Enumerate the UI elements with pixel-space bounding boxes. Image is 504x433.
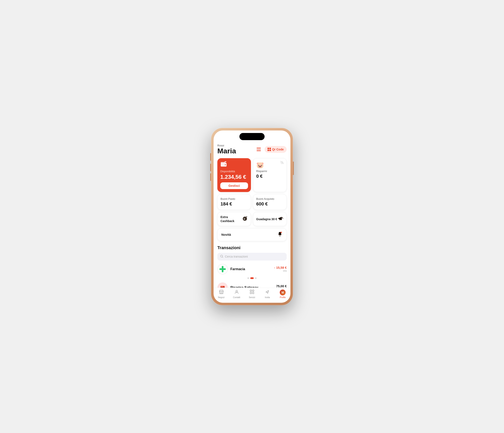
novita-card[interactable]: Novità (217, 228, 287, 241)
contatti-icon (234, 289, 239, 295)
svg-point-9 (282, 217, 283, 218)
svg-point-10 (283, 218, 283, 219)
guadagna-card[interactable]: Guadagna 30 € (253, 212, 287, 226)
buoni-acquisto-card[interactable]: Buoni Acquisto 600 € (253, 194, 287, 210)
megaphone-icon (278, 216, 284, 222)
dot-1 (247, 277, 249, 279)
cross-medical-icon (219, 266, 226, 272)
header-actions: Qr Code (255, 146, 287, 153)
search-placeholder-text: Cerca transazioni (225, 255, 248, 258)
nav-item-invita[interactable]: Invita (260, 289, 275, 299)
buoni-acquisto-label: Buoni Acquisto (256, 197, 284, 200)
nav-item-servizi[interactable]: Servizi (244, 289, 260, 299)
farmacia-time: ora (274, 269, 287, 272)
farmacia-logo (217, 264, 228, 274)
svg-rect-22 (250, 292, 252, 294)
search-icon (220, 255, 223, 258)
nav-item-negozi[interactable]: Negozi (214, 289, 229, 299)
buoni-cards: Buoni Pasto 184 € Buoni Acquisto 600 € (217, 194, 287, 210)
feature-cards: ExtraCashback € ✦ Guadagna 30 € (217, 212, 287, 226)
svg-point-19 (236, 290, 237, 292)
eye-off-icon (280, 161, 284, 165)
hamburger-icon (257, 148, 261, 151)
phone-frame: Rossi Maria Qr Code (211, 128, 293, 305)
svg-point-2 (225, 164, 226, 165)
nav-item-profile[interactable]: M Profile (275, 289, 290, 299)
qr-code-button[interactable]: Qr Code (265, 146, 287, 153)
gestisci-button[interactable]: Gestisci (220, 182, 248, 189)
ricarica-amount: 75,00 € (276, 284, 287, 288)
invita-icon (265, 289, 270, 295)
bell-icon (277, 231, 283, 238)
wallet-icon: ⇄ (220, 161, 248, 168)
farmacia-name: Farmacia (230, 267, 272, 271)
user-name-section: Rossi Maria (217, 144, 236, 155)
table-row[interactable]: Farmacia - 15,58 € ora (217, 264, 287, 274)
transactions-section: Transazioni Cerca transazioni (217, 245, 287, 293)
dot-3 (255, 277, 257, 279)
carousel-dots (217, 277, 287, 279)
dynamic-island (239, 133, 265, 140)
transactions-title: Transazioni (217, 245, 287, 250)
farmacia-amount-block: - 15,58 € ora (274, 266, 287, 272)
extra-cashback-label: ExtraCashback (220, 215, 234, 223)
svg-rect-21 (252, 290, 254, 291)
svg-rect-17 (221, 286, 223, 287)
risparmi-amount: 0 € (256, 174, 284, 179)
svg-text:✦: ✦ (246, 216, 247, 218)
novita-label: Novità (221, 233, 231, 236)
user-surname: Rossi (217, 144, 236, 147)
svg-point-11 (279, 236, 280, 236)
svg-text:€: € (244, 218, 245, 220)
svg-rect-18 (221, 292, 222, 294)
disponibilita-title: Disponibilità (220, 170, 248, 173)
negozi-icon (219, 289, 224, 295)
risparmi-card[interactable]: 🐷 Risparmi 0 € (253, 158, 287, 192)
farmacia-amount: - 15,58 € (274, 266, 287, 269)
invita-label: Invita (265, 296, 270, 299)
top-cards-grid: ⇄ Disponibilità 1.234,56 € Gestisci 🐷 (217, 158, 287, 192)
farmacia-info: Farmacia (230, 267, 272, 271)
extra-cashback-card[interactable]: ExtraCashback € ✦ (217, 212, 251, 226)
disponibilita-card[interactable]: ⇄ Disponibilità 1.234,56 € Gestisci (217, 158, 251, 192)
buoni-pasto-value: 184 € (220, 201, 248, 207)
svg-point-12 (280, 232, 282, 233)
guadagna-label: Guadagna 30 € (256, 217, 277, 221)
disponibilita-amount: 1.234,56 € (220, 174, 248, 180)
app-content: Rossi Maria Qr Code (214, 130, 290, 303)
menu-button[interactable] (255, 146, 262, 153)
profile-avatar: M (280, 289, 286, 295)
piggy-icon: 🐷 (256, 161, 284, 169)
avatar-image: M (280, 290, 285, 295)
risparmi-title: Risparmi (256, 170, 284, 173)
bottom-navigation: Negozi Contatti (214, 288, 290, 303)
phone-screen: Rossi Maria Qr Code (214, 130, 290, 303)
profile-label: Profile (280, 296, 286, 299)
dot-2-active (250, 277, 254, 279)
servizi-label: Servizi (249, 296, 255, 299)
svg-rect-20 (250, 290, 252, 291)
qr-icon (268, 148, 271, 151)
svg-text:⇄: ⇄ (225, 161, 226, 163)
contatti-label: Contatti (233, 296, 240, 299)
buoni-pasto-label: Buoni Pasto (220, 197, 248, 200)
svg-rect-23 (252, 292, 254, 294)
cashback-icon: € ✦ (242, 216, 248, 223)
search-bar[interactable]: Cerca transazioni (217, 253, 287, 260)
buoni-pasto-card[interactable]: Buoni Pasto 184 € (217, 194, 251, 210)
svg-rect-8 (279, 219, 280, 220)
user-firstname: Maria (217, 147, 236, 155)
negozi-label: Negozi (218, 296, 225, 299)
qr-button-label: Qr Code (272, 148, 284, 151)
buoni-acquisto-value: 600 € (256, 201, 284, 207)
servizi-icon (250, 289, 254, 295)
nav-item-contatti[interactable]: Contatti (229, 289, 244, 299)
header: Rossi Maria Qr Code (217, 143, 287, 155)
